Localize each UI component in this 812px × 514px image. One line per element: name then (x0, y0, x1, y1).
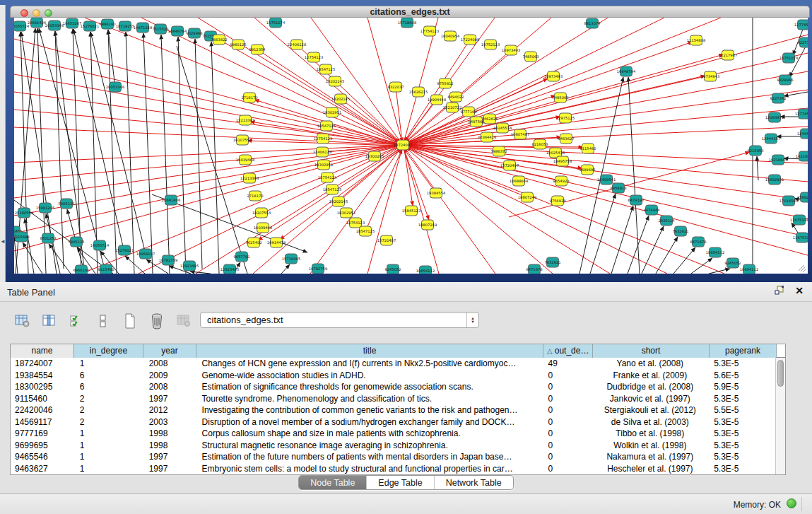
table-cell-title[interactable]: Estimation of significance thresholds fo… (196, 381, 543, 393)
graph-node[interactable]: 10653267 (63, 18, 81, 28)
graph-node[interactable]: 18302951 (337, 208, 355, 218)
graph-node[interactable]: 9245052 (384, 264, 401, 274)
graph-edge[interactable] (656, 237, 678, 274)
graph-edge[interactable] (406, 148, 527, 197)
graph-node[interactable]: 20691406 (162, 195, 180, 205)
graph-node[interactable]: 6966160 (73, 265, 89, 274)
graph-edge[interactable] (23, 243, 42, 274)
graph-node[interactable]: 16782759 (159, 255, 177, 265)
graph-edge[interactable] (611, 206, 633, 274)
table-cell-short[interactable]: Yano et al. (2008) (592, 358, 708, 370)
table-cell-title[interactable]: Tourette syndrome. Phenomenology and cla… (196, 393, 543, 405)
table-cell-in_degree[interactable]: 1 (74, 440, 143, 452)
table-row[interactable]: 977716911998Corpus callosum shape and si… (11, 428, 775, 440)
graph-node[interactable]: 12923485 (220, 264, 239, 274)
column-header-out_degree[interactable]: △out_de… (543, 344, 593, 358)
collapse-arrow-icon[interactable]: ◄ (0, 238, 6, 245)
table-cell-name[interactable]: 22420046 (11, 404, 74, 416)
graph-edge[interactable] (281, 264, 290, 274)
graph-edge[interactable] (90, 32, 146, 254)
tab-edge-table[interactable]: Edge Table (366, 476, 433, 489)
delete-table-icon[interactable] (174, 312, 194, 330)
graph-node[interactable]: 7632621 (544, 257, 560, 267)
table-cell-year[interactable]: 2012 (143, 404, 196, 416)
delete-entries-icon[interactable] (147, 312, 167, 330)
graph-edge[interactable] (126, 32, 134, 274)
table-cell-short[interactable]: Tibbo et al. (1998) (592, 428, 708, 440)
graph-node[interactable]: 2718170 (241, 93, 257, 103)
graph-edge[interactable] (190, 271, 211, 274)
graph-node[interactable]: 9777169 (460, 107, 476, 117)
table-cell-pagerank[interactable]: 5.3E-5 (708, 416, 775, 428)
graph-node[interactable]: 9329966 (777, 75, 793, 85)
select-all-icon[interactable] (66, 312, 86, 330)
graph-node[interactable]: 9227342 (770, 93, 786, 103)
graph-node[interactable]: 9755812 (437, 78, 453, 88)
graph-node[interactable]: 16040954 (441, 31, 460, 41)
graph-node[interactable]: 19734943 (701, 71, 719, 81)
graph-node[interactable]: 9115460 (98, 264, 114, 274)
graph-node[interactable]: 16210643 (769, 155, 787, 165)
table-cell-year[interactable]: 1997 (143, 451, 196, 463)
table-cell-pagerank[interactable]: 5.3E-5 (708, 451, 775, 463)
graph-node[interactable]: 18807249 (418, 220, 437, 230)
graph-edge[interactable] (407, 42, 693, 142)
graph-edge[interactable] (590, 194, 616, 274)
table-cell-title[interactable]: Corpus callosum shape and size in male p… (196, 428, 543, 440)
graph-node[interactable]: 19752123 (481, 40, 500, 49)
table-cell-out_degree[interactable]: 49 (543, 358, 592, 370)
graph-node[interactable]: 11675338 (790, 215, 808, 225)
table-cell-pagerank[interactable]: 5.3E-5 (708, 358, 775, 370)
table-cell-title[interactable]: Investigating the contribution of common… (196, 404, 543, 416)
graph-node[interactable]: 16039468 (254, 223, 272, 233)
table-cell-out_degree[interactable]: 0 (543, 451, 592, 463)
graph-node[interactable]: 6966160 (99, 19, 115, 29)
table-cell-short[interactable]: Stergiakouli et al. (2012) (592, 404, 708, 416)
graph-node[interactable]: 12213393 (236, 115, 254, 125)
table-row[interactable]: 911546021997Tourette syndrome. Phenomeno… (11, 393, 775, 405)
tab-node-table[interactable]: Node Table (299, 476, 366, 489)
graph-node[interactable]: 9654923 (553, 176, 569, 186)
graph-node[interactable]: 15751074 (266, 18, 286, 28)
table-cell-in_degree[interactable]: 6 (74, 370, 143, 382)
graph-node[interactable]: 13202145 (329, 197, 348, 206)
graph-node[interactable]: 15720407 (500, 160, 519, 170)
graph-node[interactable]: 7632621 (672, 226, 688, 236)
table-cell-year[interactable]: 2008 (143, 358, 196, 370)
table-cell-pagerank[interactable]: 5.9E-5 (708, 381, 775, 393)
table-cell-in_degree[interactable]: 2 (74, 404, 143, 416)
graph-node[interactable]: 16648784 (617, 66, 636, 76)
graph-edge[interactable] (280, 149, 401, 240)
graph-node[interactable]: 7515526 (152, 24, 168, 34)
graph-node[interactable]: 17016504 (779, 196, 799, 206)
graph-node[interactable]: 18107554 (252, 208, 271, 218)
graph-node[interactable]: 15716485 (282, 254, 300, 264)
graph-node[interactable]: 9474444 (643, 205, 660, 215)
table-cell-out_degree[interactable]: 0 (543, 370, 592, 382)
graph-node[interactable]: 8813074 (584, 18, 601, 28)
graph-node[interactable]: 20053346 (106, 82, 124, 92)
graph-node[interactable]: 19384554 (427, 188, 446, 198)
graph-node[interactable]: 7462626 (481, 114, 498, 124)
table-cell-year[interactable]: 1998 (143, 440, 196, 452)
graph-node[interactable]: 15845123 (402, 206, 420, 216)
graph-node[interactable]: 9657791 (233, 252, 249, 262)
graph-node[interactable]: 8322037 (387, 82, 404, 92)
table-options-icon[interactable] (13, 312, 33, 330)
graph-node[interactable]: 10654112 (740, 264, 758, 274)
graph-node[interactable]: 12444157 (797, 129, 808, 139)
graph-edge[interactable] (691, 258, 712, 274)
table-selector-dropdown[interactable]: citations_edges.txt ▲▼ (200, 312, 479, 328)
table-cell-short[interactable]: de Silva et al. (2003) (592, 416, 708, 428)
table-row[interactable]: 1938455462009Genome-wide association stu… (11, 370, 775, 382)
graph-node[interactable]: 12774551 (794, 20, 808, 30)
graph-edge[interactable] (49, 244, 71, 274)
network-window-titlebar[interactable]: citations_edges.txt (10, 6, 810, 18)
graph-node[interactable]: 8501253 (40, 233, 56, 243)
table-row[interactable]: 969969511998Structural magnetic resonanc… (11, 440, 775, 452)
canvas-resize-grip[interactable] (799, 265, 806, 272)
table-cell-name[interactable]: 9777169 (11, 428, 74, 440)
table-cell-out_degree[interactable]: 0 (543, 381, 592, 393)
graph-node[interactable]: 6216053 (531, 139, 548, 149)
graph-node[interactable]: 9756928 (549, 196, 565, 206)
